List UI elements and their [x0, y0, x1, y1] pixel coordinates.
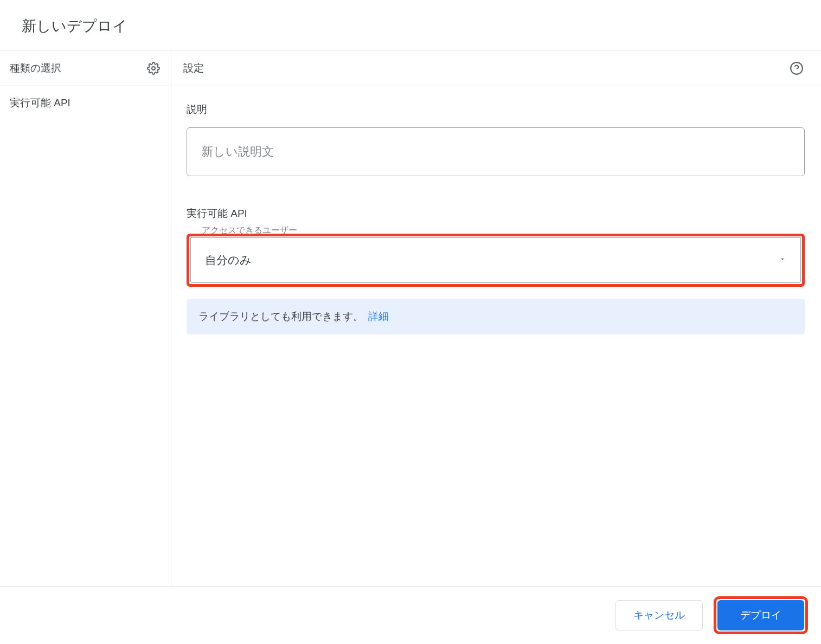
- dropdown-selected-value: 自分のみ: [205, 253, 252, 268]
- chevron-down-icon: [779, 255, 786, 265]
- cancel-button[interactable]: キャンセル: [615, 600, 703, 630]
- sidebar-header: 種類の選択: [0, 50, 171, 86]
- dropdown-highlight-annotation: 自分のみ: [187, 234, 805, 287]
- description-label: 説明: [187, 102, 805, 117]
- api-section-title: 実行可能 API: [187, 207, 805, 221]
- gear-icon[interactable]: [146, 61, 161, 76]
- access-user-dropdown[interactable]: 自分のみ: [190, 237, 801, 283]
- library-info-box: ライブラリとしても利用できます。 詳細: [187, 299, 805, 334]
- sidebar: 種類の選択 実行可能 API: [0, 50, 171, 586]
- sidebar-item-api[interactable]: 実行可能 API: [0, 86, 171, 120]
- dialog-footer: キャンセル デプロイ: [0, 586, 821, 644]
- svg-point-0: [152, 67, 155, 70]
- main-header: 設定: [171, 50, 821, 86]
- dialog-title: 新しいデプロイ: [0, 0, 821, 50]
- settings-title: 設定: [183, 61, 204, 75]
- description-input[interactable]: [187, 127, 805, 176]
- library-info-link[interactable]: 詳細: [368, 311, 389, 322]
- help-icon[interactable]: [788, 60, 805, 76]
- deploy-button[interactable]: デプロイ: [717, 600, 804, 630]
- library-info-text: ライブラリとしても利用できます。: [198, 311, 363, 322]
- deploy-highlight-annotation: デプロイ: [714, 596, 808, 634]
- main-panel: 設定 説明 実行可能 API アクセスできるユーザー 自分のみ: [171, 50, 821, 586]
- type-select-label: 種類の選択: [10, 61, 61, 75]
